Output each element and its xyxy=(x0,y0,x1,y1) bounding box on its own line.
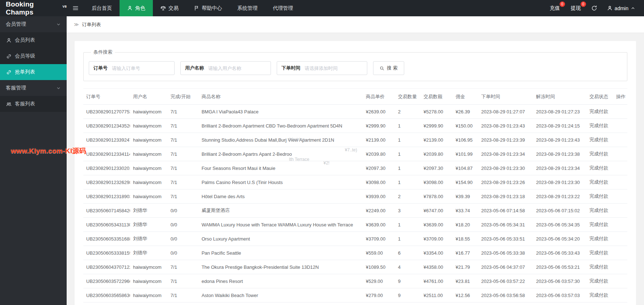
menu-toggle-button[interactable] xyxy=(67,0,84,16)
cell-trade-qty: 1 xyxy=(395,133,421,147)
sidebar-item-member-list[interactable]: 会员列表 xyxy=(0,32,67,48)
col-header-commission: 佣金 xyxy=(453,89,478,105)
nav-right: 充值 0 提现 0 admin xyxy=(544,0,644,16)
cell-username: haiwaiymcom xyxy=(130,105,168,119)
chevron-down-icon xyxy=(56,86,61,91)
cell-actions xyxy=(613,161,627,175)
cell-actions xyxy=(613,232,627,246)
cell-order-no: UB2308290123302018 xyxy=(83,161,130,175)
cell-product-name: Brilliant 2-Bedroom Apartment CBD Two-Be… xyxy=(198,119,363,133)
cell-username: haiwaiymcom xyxy=(130,288,168,302)
cell-done-start: 7/1 xyxy=(168,161,199,175)
order-no-field-label: 订单号 xyxy=(89,65,112,71)
link-icon xyxy=(6,54,12,59)
col-header-done-start: 完成/开始 xyxy=(168,89,199,105)
withdraw-button[interactable]: 提现 0 xyxy=(565,0,586,16)
cell-trade-amount: ¥3639.00 xyxy=(421,218,453,232)
cell-unit-price: ¥3098.00 xyxy=(363,175,395,189)
cell-trade-amount: ¥3354.00 xyxy=(421,246,453,260)
table-row: UB2305060533381597刘德华0/0Pan Pacific Seat… xyxy=(83,246,627,260)
cell-product-name: Palms Casino Resort U.S (Tinir Housts xyxy=(198,175,363,189)
sidebar-item-service-list[interactable]: 客服列表 xyxy=(0,96,67,112)
cell-trade-status: 完成付款 xyxy=(586,133,613,147)
cell-unit-price: ¥1089.50 xyxy=(363,260,395,274)
order-no-field: 订单号 xyxy=(89,61,175,75)
table-row: UB2305060356586301haiwaiymcom7/1Aston Wa… xyxy=(83,288,627,302)
recharge-label: 充值 xyxy=(550,5,560,12)
recharge-button[interactable]: 充值 0 xyxy=(544,0,565,16)
hamburger-icon xyxy=(72,5,79,11)
cell-trade-amount: ¥4978.00 xyxy=(421,302,453,305)
cell-order-time: 2023-08-29 01:23:30 xyxy=(478,161,533,175)
cell-trade-qty: 4 xyxy=(395,260,421,274)
cell-order-time: 2023-08-29 01:23:34 xyxy=(478,147,533,161)
cell-done-start: 7/1 xyxy=(168,189,199,204)
cell-done-start: 0/0 xyxy=(168,246,199,260)
sidebar-group-service-management[interactable]: 客服管理 xyxy=(0,80,67,96)
cell-done-start: 7/1 xyxy=(168,274,199,288)
cell-trade-amount: ¥6747.00 xyxy=(421,204,453,218)
nav-item-role[interactable]: 角色 xyxy=(120,0,153,16)
cell-commission: ¥150.00 xyxy=(453,119,478,133)
nav-item-label: 系统管理 xyxy=(237,5,258,12)
sidebar-group-label: 客服管理 xyxy=(6,85,26,91)
cell-username: haiwaiymcom xyxy=(130,175,168,189)
link-icon xyxy=(6,70,12,75)
cell-trade-qty: 2 xyxy=(395,189,421,204)
cell-actions xyxy=(613,133,627,147)
breadcrumb-icon: ≫ xyxy=(74,22,79,27)
cell-commission: ¥18.55 xyxy=(453,232,478,246)
sidebar-item-grab-order-list[interactable]: 抢单列表 xyxy=(0,64,67,80)
order-no-input[interactable] xyxy=(112,62,174,75)
username-field: 用户名称 xyxy=(180,61,271,75)
cell-unit-price: ¥279.00 xyxy=(363,288,395,302)
nav-item-label: 交易 xyxy=(168,5,179,12)
cell-order-no: UB2308290123189030 xyxy=(83,189,130,204)
cell-actions xyxy=(613,260,627,274)
cell-username: haiwaiymcom xyxy=(130,119,168,133)
cell-username: haiwaiymcom xyxy=(130,133,168,147)
cell-unfreeze-time: 2023-08-29 01:23:22 xyxy=(533,189,586,204)
cell-done-start: 7/1 xyxy=(168,302,199,305)
sidebar-item-member-level[interactable]: 会员等级 xyxy=(0,48,67,64)
refresh-button[interactable] xyxy=(586,0,602,16)
user-menu[interactable]: admin xyxy=(602,0,640,16)
nav-item-dashboard[interactable]: 后台首页 xyxy=(84,0,120,16)
cell-trade-amount: ¥3709.00 xyxy=(421,232,453,246)
cell-order-no: UB2305060356586301 xyxy=(83,288,130,302)
nav-item-trade[interactable]: 交易 xyxy=(153,0,186,16)
nav-item-label: 角色 xyxy=(135,5,145,12)
cell-done-start: 0/0 xyxy=(168,218,199,232)
table-row: UB2305060534311307刘德华0/0WAMMA Luxury Hou… xyxy=(83,218,627,232)
col-header-order-time: 下单时间 xyxy=(478,89,533,105)
order-time-input[interactable] xyxy=(305,62,367,75)
cell-commission: ¥18.20 xyxy=(453,218,478,232)
cell-order-time: 2023-05-06 07:14:58 xyxy=(478,204,533,218)
cell-username: 刘德华 xyxy=(130,246,168,260)
cell-order-time: 2023-05-06 04:37:07 xyxy=(478,260,533,274)
cell-product-name: Brilliant 2-Bedroom Apartrs Apant 2-Bedr… xyxy=(198,147,363,161)
sidebar-group-member-management[interactable]: 会员管理 xyxy=(0,16,67,32)
cell-order-time: 2023-08-29 01:23:18 xyxy=(478,189,533,204)
cell-commission: ¥39.39 xyxy=(453,189,478,204)
cell-trade-status: 完成付款 xyxy=(586,302,613,305)
cell-unit-price: ¥3939.00 xyxy=(363,189,395,204)
username-input[interactable] xyxy=(208,62,271,75)
cell-actions xyxy=(613,175,627,189)
recharge-badge: 0 xyxy=(560,1,565,7)
withdraw-badge: 0 xyxy=(581,1,586,7)
nav-item-system[interactable]: 系统管理 xyxy=(230,0,265,16)
col-header-username: 用户名 xyxy=(130,89,168,105)
nav-item-agent[interactable]: 代理管理 xyxy=(265,0,301,16)
search-button[interactable]: 搜 索 xyxy=(373,61,404,75)
cell-trade-qty: 9 xyxy=(395,274,421,288)
cell-product-name: Hôtel Dame des Arts xyxy=(198,189,363,204)
col-header-trade-amount: 交易数额 xyxy=(421,89,453,105)
chevron-down-icon xyxy=(56,22,61,27)
nav-item-help-center[interactable]: 帮助中心 xyxy=(186,0,230,16)
cell-unfreeze-time: 2023-05-06 05:34:35 xyxy=(533,218,586,232)
cell-unit-price: ¥2039.80 xyxy=(363,147,395,161)
cell-username: haiwaiymcom xyxy=(130,189,168,204)
cell-commission: ¥16.77 xyxy=(453,246,478,260)
brand-logo: Booking ChampsV8 xyxy=(0,0,67,16)
